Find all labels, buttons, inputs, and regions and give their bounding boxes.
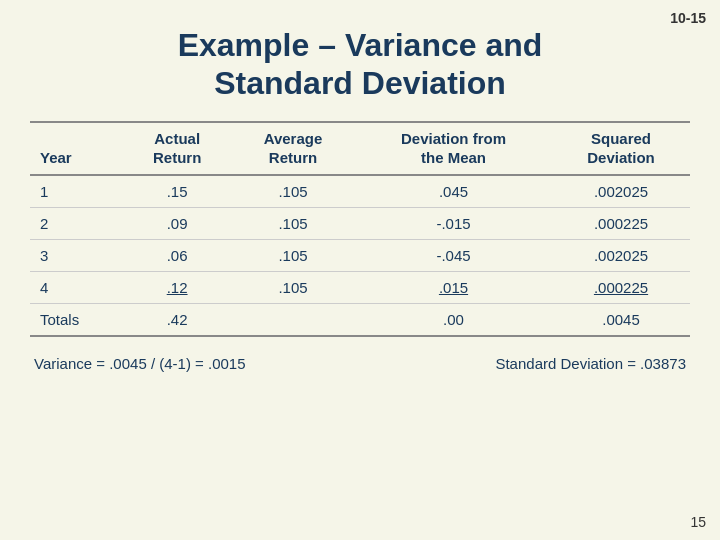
data-table: Year ActualReturn AverageReturn Deviatio… bbox=[30, 123, 690, 337]
cell-squared-1: .002025 bbox=[552, 175, 690, 208]
footer-variance: Variance = .0045 / (4-1) = .0015 bbox=[34, 355, 246, 372]
cell-year-1: 1 bbox=[30, 175, 123, 208]
cell-average-1: .105 bbox=[231, 175, 355, 208]
cell-actual-totals: .42 bbox=[123, 303, 231, 336]
cell-squared-3: .002025 bbox=[552, 239, 690, 271]
cell-deviation-totals: .00 bbox=[355, 303, 552, 336]
cell-year-3: 3 bbox=[30, 239, 123, 271]
table-row-totals: Totals .42 .00 .0045 bbox=[30, 303, 690, 336]
cell-average-2: .105 bbox=[231, 207, 355, 239]
cell-average-4: .105 bbox=[231, 271, 355, 303]
table-row: 2 .09 .105 -.015 .000225 bbox=[30, 207, 690, 239]
cell-year-2: 2 bbox=[30, 207, 123, 239]
cell-squared-totals: .0045 bbox=[552, 303, 690, 336]
cell-actual-3: .06 bbox=[123, 239, 231, 271]
table-wrapper: Year ActualReturn AverageReturn Deviatio… bbox=[30, 121, 690, 337]
slide-title: Example – Variance and Standard Deviatio… bbox=[30, 26, 690, 103]
table-row: 1 .15 .105 .045 .002025 bbox=[30, 175, 690, 208]
cell-deviation-1: .045 bbox=[355, 175, 552, 208]
cell-deviation-4: .015 bbox=[355, 271, 552, 303]
footer-std-dev: Standard Deviation = .03873 bbox=[495, 355, 686, 372]
col-header-squared-deviation: SquaredDeviation bbox=[552, 123, 690, 175]
col-header-actual-return: ActualReturn bbox=[123, 123, 231, 175]
cell-actual-2: .09 bbox=[123, 207, 231, 239]
col-header-average-return: AverageReturn bbox=[231, 123, 355, 175]
cell-deviation-3: -.045 bbox=[355, 239, 552, 271]
footer-row: Variance = .0045 / (4-1) = .0015 Standar… bbox=[30, 355, 690, 372]
cell-year-totals: Totals bbox=[30, 303, 123, 336]
table-header-row: Year ActualReturn AverageReturn Deviatio… bbox=[30, 123, 690, 175]
title-line2: Standard Deviation bbox=[214, 65, 506, 101]
cell-deviation-2: -.015 bbox=[355, 207, 552, 239]
cell-year-4: 4 bbox=[30, 271, 123, 303]
slide-container: 10-15 Example – Variance and Standard De… bbox=[0, 0, 720, 540]
col-header-year: Year bbox=[30, 123, 123, 175]
cell-actual-1: .15 bbox=[123, 175, 231, 208]
cell-actual-4: .12 bbox=[123, 271, 231, 303]
cell-squared-2: .000225 bbox=[552, 207, 690, 239]
col-header-deviation-mean: Deviation fromthe Mean bbox=[355, 123, 552, 175]
title-line1: Example – Variance and bbox=[178, 27, 543, 63]
table-row: 3 .06 .105 -.045 .002025 bbox=[30, 239, 690, 271]
cell-squared-4: .000225 bbox=[552, 271, 690, 303]
slide-number-bottom: 15 bbox=[690, 514, 706, 530]
slide-number-top: 10-15 bbox=[670, 10, 706, 26]
table-row: 4 .12 .105 .015 .000225 bbox=[30, 271, 690, 303]
cell-average-totals bbox=[231, 303, 355, 336]
cell-average-3: .105 bbox=[231, 239, 355, 271]
